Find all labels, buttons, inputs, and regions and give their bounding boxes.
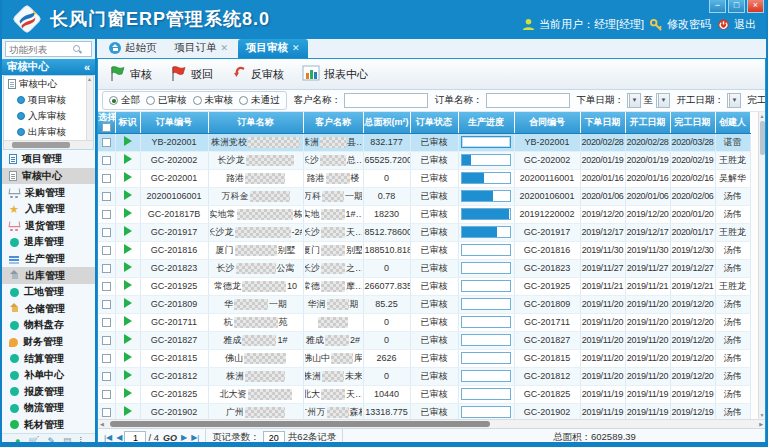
tree-item-1[interactable]: 入库审核	[4, 108, 93, 124]
sidebar-item-出库管理[interactable]: 出库管理	[2, 267, 95, 284]
row-checkbox[interactable]	[102, 354, 111, 363]
审核-button[interactable]: 审核	[104, 61, 161, 88]
table-row[interactable]: GC-201812株洲株洲未来0已审核GC-2018122019/11/2020…	[98, 367, 750, 385]
table-row[interactable]: GC-202002长沙龙长沙总…65525.7200…已审核GC-2020022…	[98, 151, 750, 169]
column-header-订单名称[interactable]: 订单名称	[208, 112, 303, 133]
table-horizontal-scrollbar[interactable]: ◀ ▶	[98, 419, 765, 428]
table-row[interactable]: GC-201827雅成1#雅成2#0已审核GC-2018272019/11/20…	[98, 331, 750, 349]
column-header-创建人[interactable]: 创建人	[715, 112, 750, 133]
close-tab-icon[interactable]: ✕	[292, 44, 300, 53]
sidebar-item-结算管理[interactable]: 结算管理	[2, 350, 95, 367]
table-row[interactable]: GC-201825北大资北大天…10440已审核GC-2018252019/11…	[98, 385, 750, 403]
maximize-button[interactable]: □	[728, 0, 745, 13]
row-checkbox[interactable]	[102, 210, 111, 219]
column-header-标识[interactable]: 标识	[115, 112, 140, 133]
报表中心-button[interactable]: 报表中心	[297, 61, 377, 87]
close-button[interactable]: ×	[747, 0, 764, 13]
sidebar-item-退库管理[interactable]: 退库管理	[2, 234, 95, 251]
select-all-checkbox[interactable]	[102, 123, 111, 132]
scrollbar-thumb[interactable]	[760, 121, 765, 155]
more-icon[interactable]: ⁞	[80, 436, 83, 446]
doc-icon[interactable]: ▤	[63, 436, 72, 446]
row-checkbox[interactable]	[102, 264, 111, 273]
change-password-button[interactable]: 修改密码	[650, 17, 711, 32]
scrollbar-thumb[interactable]	[110, 421, 490, 427]
sidebar-item-项目管理[interactable]: 项目管理	[2, 151, 95, 168]
table-row[interactable]: GC-201815佛山佛山中库2626已审核GC-2018152019/11/2…	[98, 349, 750, 367]
row-checkbox[interactable]	[102, 300, 111, 309]
驳回-button[interactable]: 驳回	[165, 61, 222, 88]
row-checkbox[interactable]	[102, 192, 111, 201]
table-row[interactable]: GC-201902广州广州万森林13318.775已审核GC-201902201…	[98, 403, 750, 419]
row-checkbox[interactable]	[102, 138, 111, 147]
first-page-button[interactable]: |◀	[102, 433, 114, 442]
row-checkbox[interactable]	[102, 318, 111, 327]
next-page-button[interactable]: ▶	[179, 433, 189, 442]
radio-未审核[interactable]: 未审核	[193, 94, 234, 107]
tab-项目审核[interactable]: 项目审核✕	[238, 39, 308, 58]
sidebar-item-采购管理[interactable]: 采购管理	[2, 184, 95, 201]
column-header-选择[interactable]: 选择	[98, 112, 115, 133]
column-header-下单日期[interactable]: 下单日期	[580, 112, 625, 133]
sidebar-item-物流管理[interactable]: 物流管理	[2, 400, 95, 417]
row-checkbox[interactable]	[102, 174, 111, 183]
customer-name-input[interactable]	[344, 93, 428, 108]
tab-项目订单[interactable]: 项目订单✕	[167, 39, 237, 58]
table-row[interactable]: 20200106001万科金万科一期0.78已审核202001060012020…	[98, 187, 750, 205]
prev-page-button[interactable]: ◀	[114, 433, 124, 442]
sidebar-item-生产管理[interactable]: 生产管理	[2, 251, 95, 268]
radio-未通过[interactable]: 未通过	[239, 94, 280, 107]
table-row[interactable]: GC-201711杭苑0已审核GC-2017112019/11/202019/1…	[98, 313, 750, 331]
last-page-button[interactable]: ▶|	[189, 433, 201, 442]
row-checkbox[interactable]	[102, 336, 111, 345]
table-row[interactable]: GC-201817B实地常栋实地1#…18230已审核2019122000220…	[98, 205, 750, 223]
column-header-客户名称[interactable]: 客户名称	[303, 112, 363, 133]
tree-vertical-scrollbar[interactable]: ▲▼	[86, 76, 93, 148]
反审核-button[interactable]: 反审核	[226, 61, 293, 87]
chevron-down-icon[interactable]: ▼	[629, 94, 640, 107]
dot-green-icon[interactable]: ●	[15, 436, 20, 446]
column-header-开工日期[interactable]: 开工日期	[625, 112, 670, 133]
cart-icon[interactable]: 🛒	[28, 436, 39, 446]
page-number-input[interactable]	[124, 431, 146, 444]
row-checkbox[interactable]	[102, 282, 111, 291]
start-date-picker[interactable]: / /▼	[727, 93, 741, 108]
radio-已审核[interactable]: 已审核	[146, 94, 187, 107]
sidebar-item-物料盘存[interactable]: 物料盘存	[2, 317, 95, 334]
table-row[interactable]: GC-201816厦门别墅厦门别墅188510.818已审核GC-2018162…	[98, 241, 750, 259]
table-row[interactable]: YB-202001株洲党校株洲县…832.177已审核YB-2020012020…	[98, 133, 750, 151]
go-button[interactable]: GO	[163, 433, 177, 443]
row-checkbox[interactable]	[102, 372, 111, 381]
sidebar-item-财务管理[interactable]: 财务管理	[2, 334, 95, 351]
row-checkbox[interactable]	[102, 156, 111, 165]
table-vertical-scrollbar[interactable]: ▲ ▼	[758, 112, 765, 419]
close-tab-icon[interactable]: ✕	[221, 44, 229, 53]
sidebar-item-退货管理[interactable]: 退货管理	[2, 218, 95, 235]
sidebar-item-报废管理[interactable]: 报废管理	[2, 383, 95, 400]
logout-button[interactable]: 退出	[717, 17, 756, 32]
row-checkbox[interactable]	[102, 246, 111, 255]
table-row[interactable]: GC-202001路港路港楼0已审核202001160012020/01/162…	[98, 169, 750, 187]
column-header-订单状态[interactable]: 订单状态	[410, 112, 458, 133]
sidebar-item-补单中心[interactable]: 补单中心	[2, 367, 95, 384]
page-size-input[interactable]	[263, 431, 285, 444]
column-header-完工日期[interactable]: 完工日期	[670, 112, 715, 133]
sidebar-item-仓储管理[interactable]: 仓储管理	[2, 301, 95, 318]
pen-icon[interactable]: ✎	[48, 436, 56, 446]
minimize-button[interactable]: −	[709, 0, 726, 13]
radio-全部[interactable]: 全部	[109, 94, 140, 107]
chevron-down-icon[interactable]: ▼	[658, 94, 669, 107]
tree-item-2[interactable]: 出库审核	[4, 124, 93, 140]
column-header-订单编号[interactable]: 订单编号	[140, 112, 208, 133]
sidebar-item-工地管理[interactable]: 工地管理	[2, 284, 95, 301]
table-row[interactable]: GC-201823长沙公寓长沙之…0已审核GC-2018232019/11/27…	[98, 259, 750, 277]
column-header-合同编号[interactable]: 合同编号	[514, 112, 580, 133]
tab-起始页[interactable]: 起始页	[101, 39, 165, 58]
sidebar-item-入库管理[interactable]: 入库管理	[2, 201, 95, 218]
tree-root-audit-center[interactable]: 审核中心	[4, 76, 93, 92]
order-date-from-picker[interactable]: / /▼	[627, 93, 641, 108]
order-name-input[interactable]	[486, 93, 570, 108]
tree-item-0[interactable]: 项目审核	[4, 92, 93, 108]
tree-horizontal-scrollbar[interactable]	[4, 140, 93, 149]
sidebar-item-审核中心[interactable]: 审核中心	[2, 168, 95, 185]
